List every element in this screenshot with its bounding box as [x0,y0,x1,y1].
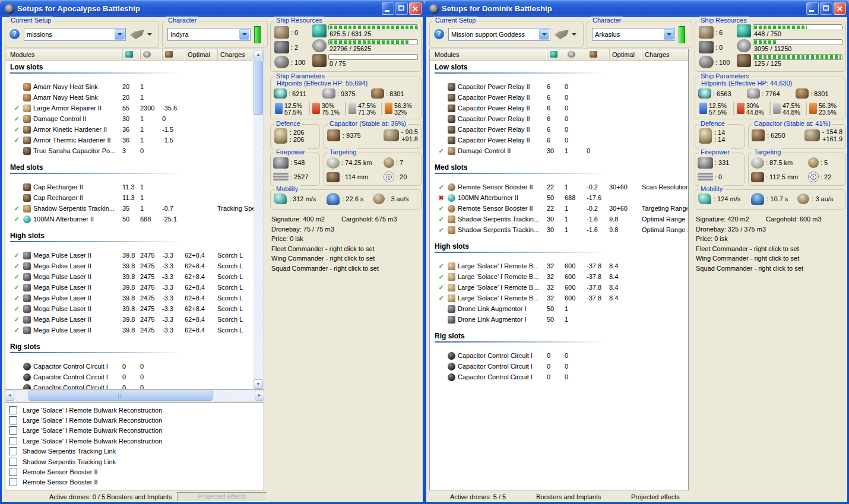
projected-effect-checkbox[interactable] [9,447,17,455]
projected-effect-item[interactable]: Large 'Solace' I Remote Bulwark Reconstr… [8,415,264,425]
projected-effect-checkbox[interactable] [9,406,17,414]
module-row[interactable]: True Sansha Capacitor Po...30 [5,145,254,156]
cpu-column[interactable] [547,49,565,60]
capacitor-column[interactable] [162,49,185,60]
powergrid-column[interactable] [565,49,587,60]
projected-effects-button[interactable]: Projected effects [177,492,267,502]
module-row[interactable]: Capacitor Control Circuit I00 [430,361,688,372]
close-button[interactable] [409,2,422,15]
maximize-button[interactable] [395,2,408,15]
module-row[interactable]: ✓Large 'Solace' I Remote B...32600-37.88… [430,271,688,282]
setup-select[interactable]: Mission support Goddess [448,28,550,41]
module-row[interactable]: Cap Recharger II11.31 [5,182,254,192]
squad-commander-slot[interactable]: Squad Commander - right click to set [696,264,846,274]
module-row[interactable]: Capacitor Control Circuit I00 [430,350,688,361]
boosters-implants-label[interactable]: Boosters and Implants [107,493,172,500]
module-row[interactable]: ✓Armor Thermic Hardener II361-1.5 [5,135,254,145]
projected-effect-checkbox[interactable] [9,458,17,466]
module-row[interactable]: ✓Shadow Serpentis Trackin...301-1.69.8Op… [430,224,688,235]
projected-effect-item[interactable]: Large 'Solace' I Remote Bulwark Reconstr… [8,426,264,436]
ship-menu-button[interactable] [130,26,156,43]
dropdown-arrow-icon[interactable] [239,29,249,40]
module-row[interactable]: ✓Mega Pulse Laser II39.82475-3.362+8.4Sc… [5,314,254,325]
active-drones-count[interactable]: Active drones: 5 / 5 [450,493,506,500]
projected-effect-item[interactable]: Large 'Solace' I Remote Bulwark Reconstr… [8,405,264,415]
boosters-implants-label[interactable]: Boosters and Implants [536,493,601,500]
close-button[interactable] [834,2,846,15]
module-row[interactable]: ✖100MN Afterburner II50688-17.6 [430,192,688,203]
module-row[interactable]: Capacitor Power Relay II60 [430,113,688,124]
dropdown-arrow-icon[interactable] [664,29,674,40]
module-row[interactable]: ✓Large 'Solace' I Remote B...32600-37.88… [430,261,688,271]
scroll-left-icon[interactable]: ◄ [5,391,14,401]
capacitor-column[interactable] [587,49,609,60]
projected-effect-checkbox[interactable] [9,437,17,445]
module-row[interactable]: ✓Large Armor Repairer II552300-35.6 [5,103,254,113]
dropdown-arrow-icon[interactable] [115,29,125,40]
projected-effect-item[interactable]: Large 'Solace' I Remote Bulwark Reconstr… [8,436,264,446]
module-row[interactable]: ✓Shadow Serpentis Trackin...301-1.69.8Op… [430,214,688,224]
module-row[interactable]: ✓Large 'Solace' I Remote B...32600-37.88… [430,282,688,293]
projected-effect-item[interactable]: Shadow Serpentis Tracking Link [8,457,264,467]
optimal-column-header[interactable]: Optimal [185,49,217,60]
help-icon[interactable] [434,29,444,39]
cpu-column[interactable] [122,49,140,60]
module-row[interactable]: ✓Remote Sensor Booster II221-0.230+60Tar… [430,203,688,214]
projected-effect-checkbox[interactable] [9,426,17,435]
module-row[interactable]: Drone Link Augmentor I501 [430,314,688,325]
modules-hscrollbar[interactable]: ◄ ► [5,391,264,401]
module-row[interactable]: Drone Link Augmentor I501 [430,303,688,314]
help-icon[interactable] [9,29,20,39]
character-select[interactable]: Indyra [167,28,251,41]
dropdown-arrow-icon[interactable] [539,29,549,40]
squad-commander-slot[interactable]: Squad Commander - right click to set [271,264,422,274]
modules-vscrollbar[interactable]: ▲ ▼ [254,50,263,389]
maximize-button[interactable] [820,2,832,15]
module-row[interactable]: Cap Recharger II11.31 [5,192,254,203]
module-row[interactable]: ✓Large 'Solace' I Remote B...32600-37.88… [430,293,688,303]
module-row[interactable]: Capacitor Power Relay II60 [430,103,688,113]
hscroll-thumb[interactable] [28,391,213,401]
module-row[interactable]: ✓Remote Sensor Booster II221-0.230+60Sca… [430,182,688,192]
fleet-commander-slot[interactable]: Fleet Commander - right click to set [696,244,846,254]
minimize-button[interactable] [806,2,819,15]
module-row[interactable]: ✓Mega Pulse Laser II39.82475-3.362+8.4Sc… [5,250,254,261]
module-row[interactable]: ✓Mega Pulse Laser II39.82475-3.362+8.4Sc… [5,293,254,303]
modules-column-header[interactable]: Modules [10,49,122,60]
scroll-up-icon[interactable]: ▲ [254,50,263,59]
projected-effect-checkbox[interactable] [9,478,17,486]
window-titlebar[interactable]: Setups for Apocalypse Battleship [0,0,424,17]
fleet-commander-slot[interactable]: Fleet Commander - right click to set [271,244,422,254]
module-row[interactable]: Capacitor Control Circuit I00 [430,372,688,382]
module-row[interactable]: Capacitor Control Circuit I00 [5,372,254,382]
wing-commander-slot[interactable]: Wing Commander - right click to set [271,253,422,264]
module-row[interactable]: ✓Shadow Serpentis Trackin...351-0.7Track… [5,203,254,214]
module-row[interactable]: ✓Mega Pulse Laser II39.82475-3.362+8.4Sc… [5,282,254,293]
modules-column-header[interactable]: Modules [435,49,547,60]
module-row[interactable]: ✓Mega Pulse Laser II39.82475-3.362+8.4Sc… [5,303,254,314]
module-row[interactable]: Amarr Navy Heat Sink201 [5,81,254,92]
module-row[interactable]: Capacitor Power Relay II60 [430,124,688,135]
module-row[interactable]: Capacitor Control Circuit I00 [5,361,254,372]
module-row[interactable]: Amarr Navy Heat Sink201 [5,92,254,103]
projected-effect-item[interactable]: Remote Sensor Booster II [8,467,264,477]
projected-effect-item[interactable]: Remote Sensor Booster II [8,477,264,487]
module-row[interactable]: ✓Damage Control II3010 [430,145,688,156]
module-row[interactable]: ✓Armor Kinetic Hardener II361-1.5 [5,124,254,135]
module-row[interactable]: ✓Damage Control II3010 [5,113,254,124]
vscroll-thumb[interactable] [254,61,263,115]
module-row[interactable]: Capacitor Control Circuit I00 [5,382,254,389]
active-drones-count[interactable]: Active drones: 0 / 5 [49,493,105,500]
module-row[interactable]: ✓100MN Afterburner II50688-25.1 [5,214,254,224]
character-select[interactable]: Arkasius [592,28,675,41]
optimal-column-header[interactable]: Optimal [609,49,642,60]
module-row[interactable]: ✓Mega Pulse Laser II39.82475-3.362+8.4Sc… [5,325,254,335]
projected-effect-item[interactable]: Shadow Serpentis Tracking Link [8,446,264,457]
powergrid-column[interactable] [140,49,162,60]
module-row[interactable]: ✓Mega Pulse Laser II39.82475-3.362+8.4Sc… [5,271,254,282]
scroll-right-icon[interactable]: ► [255,391,264,401]
minimize-button[interactable] [382,2,394,15]
projected-effect-checkbox[interactable] [9,416,17,424]
module-row[interactable]: Capacitor Power Relay II60 [430,135,688,145]
projected-effect-checkbox[interactable] [9,468,17,476]
